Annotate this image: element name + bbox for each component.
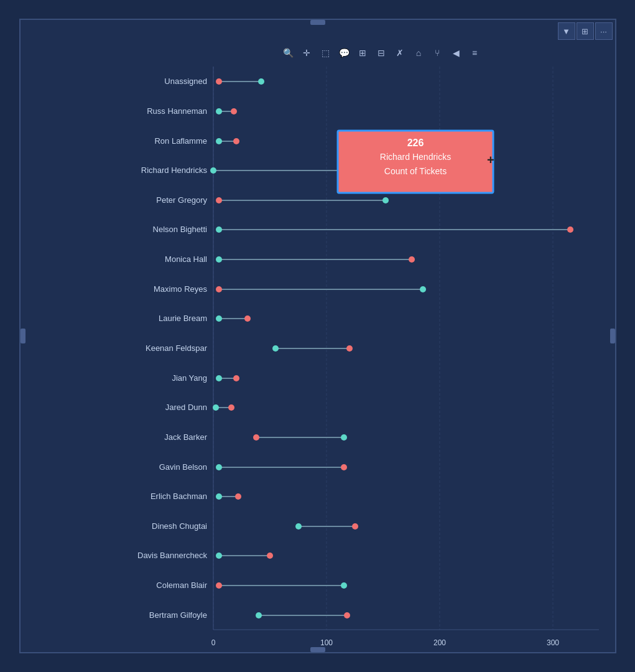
add-icon[interactable]: ⊞ [355,45,371,61]
zoom-icon[interactable]: 🔍 [280,45,296,61]
select-rect-icon[interactable]: ⬚ [317,45,333,61]
move-icon[interactable]: ✛ [299,45,315,61]
grid-button[interactable]: ⊞ [577,22,594,40]
row-label-jian: Jian Yang [172,373,207,383]
row-label-nelson: Nelson Bighetti [152,225,207,234]
dot [235,493,241,500]
dot [256,612,262,618]
chart-container: ▼ ⊞ ··· 🔍 ✛ ⬚ 💬 ⊞ ⊟ ✗ ⌂ ⑂ ◀ ≡ .row-text … [19,19,616,653]
dot [267,553,273,559]
dot [352,523,358,530]
fork-icon[interactable]: ⑂ [429,45,445,61]
dot [231,108,237,114]
top-toolbar: ▼ ⊞ ··· [555,20,615,42]
row-label-maximo: Maximo Reyes [154,284,207,294]
svg-text:0: 0 [211,638,215,647]
dot [216,78,222,85]
row-label-davis: Davis Bannercheck [137,551,207,560]
row-label-erlich: Erlich Bachman [150,492,206,501]
dot [344,612,350,618]
remove-icon[interactable]: ⊟ [373,45,389,61]
dot [409,256,415,263]
dot [244,315,251,322]
dot [341,434,347,441]
dot [216,226,222,233]
tooltip-metric: Count of Tickets [384,166,446,176]
dot [420,286,426,292]
dot [216,197,222,203]
dot [216,138,222,144]
dot [216,256,222,263]
dot [341,464,347,470]
dot [216,108,222,114]
comment-icon[interactable]: 💬 [336,45,352,61]
svg-text:300: 300 [546,638,559,647]
dot [272,345,279,352]
dot [210,167,216,174]
crosshair-icon: + [487,153,494,167]
row-label-ron: Ron Laflamme [154,136,207,146]
row-label-russ: Russ Hanneman [147,106,207,116]
chart-svg: .row-text { fill: #c8d8f0; font-size: 13… [21,20,615,652]
dot [216,582,222,589]
cross-icon[interactable]: ✗ [392,45,408,61]
row-label-peter: Peter Gregory [156,195,207,205]
dot [346,345,353,352]
dot [253,434,259,441]
dot [341,582,347,589]
row-label-laurie: Laurie Bream [158,314,206,323]
row-label-dinesh: Dinesh Chugtai [152,521,207,531]
row-label-gavin: Gavin Belson [159,462,206,472]
more-button[interactable]: ··· [595,22,613,40]
dot [213,404,219,411]
menu-icon[interactable]: ≡ [466,45,483,61]
dot [216,464,222,470]
dot [216,315,222,322]
arrow-icon[interactable]: ◀ [448,45,464,61]
row-label-jack: Jack Barker [164,432,207,442]
tooltip-value: 226 [407,138,424,148]
dot [216,553,222,559]
row-label-bertram: Bertram Gilfoyle [149,610,206,620]
dot [295,523,302,530]
row-label-unassigned: Unassigned [164,77,207,86]
tooltip-name: Richard Hendricks [379,152,450,162]
dot [216,493,222,500]
dot [216,375,222,381]
svg-text:100: 100 [320,638,332,647]
dot [382,197,389,203]
dot [258,78,264,85]
row-label-coleman: Coleman Blair [156,581,207,590]
row-label-keenan: Keenan Feldspar [145,343,207,353]
dot [233,375,239,381]
dot [567,226,573,233]
dot [233,138,239,144]
chart-toolbar: 🔍 ✛ ⬚ 💬 ⊞ ⊟ ✗ ⌂ ⑂ ◀ ≡ [275,42,488,63]
row-label-monica: Monica Hall [165,254,207,264]
filter-button[interactable]: ▼ [558,22,575,40]
dot [216,286,222,292]
row-label-richard: Richard Hendricks [141,166,207,175]
home-icon[interactable]: ⌂ [410,45,427,61]
dot [228,404,234,411]
svg-text:200: 200 [433,638,445,647]
row-label-jared: Jared Dunn [165,403,206,412]
